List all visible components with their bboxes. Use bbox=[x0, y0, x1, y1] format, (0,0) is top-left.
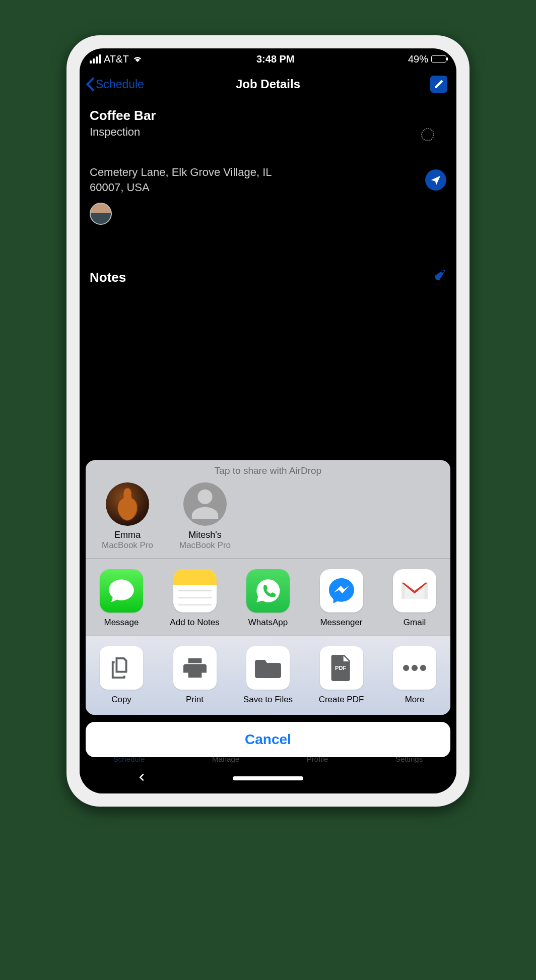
back-button[interactable]: Schedule bbox=[86, 70, 144, 99]
chevron-left-icon bbox=[136, 772, 147, 783]
battery-pct: 49% bbox=[408, 53, 428, 65]
page-title: Job Details bbox=[236, 77, 300, 91]
share-actions-row: Copy Print Save to Files bbox=[86, 636, 450, 715]
action-label: Save to Files bbox=[235, 695, 301, 705]
pencil-square-icon bbox=[434, 79, 444, 89]
messenger-icon bbox=[320, 569, 363, 612]
svg-text:PDF: PDF bbox=[335, 665, 346, 671]
android-home-pill[interactable] bbox=[233, 776, 303, 780]
carrier-label: AT&T bbox=[104, 53, 129, 65]
action-more[interactable]: More bbox=[382, 646, 447, 705]
share-app-notes[interactable]: Add to Notes bbox=[162, 569, 228, 628]
share-sheet: Tap to share with AirDrop Emma MacBook P… bbox=[80, 460, 456, 763]
app-label: Message bbox=[89, 618, 154, 628]
action-create-pdf[interactable]: PDF Create PDF bbox=[309, 646, 374, 705]
chevron-left-icon bbox=[86, 77, 95, 91]
action-label: Create PDF bbox=[309, 695, 374, 705]
action-copy[interactable]: Copy bbox=[89, 646, 154, 705]
svg-point-1 bbox=[403, 665, 409, 671]
app-label: Messenger bbox=[309, 618, 374, 628]
action-label: Print bbox=[162, 695, 228, 705]
airdrop-target[interactable]: Mitesh's MacBook Pro bbox=[172, 482, 238, 550]
share-app-message[interactable]: Message bbox=[89, 569, 154, 628]
address-line1: Cemetery Lane, Elk Grove Village, IL bbox=[90, 166, 272, 178]
screen: AT&T 3:48 PM 49% Schedule Job Details bbox=[80, 48, 456, 793]
share-app-whatsapp[interactable]: WhatsApp bbox=[235, 569, 301, 628]
job-details-content: Coffee Bar Inspection Cemetery Lane, Elk… bbox=[80, 99, 456, 287]
gmail-icon bbox=[393, 569, 436, 612]
job-type: Inspection bbox=[90, 126, 446, 139]
notes-icon bbox=[173, 569, 217, 612]
edit-button[interactable] bbox=[430, 76, 447, 93]
cancel-button[interactable]: Cancel bbox=[86, 722, 450, 757]
battery-icon bbox=[431, 55, 446, 63]
airdrop-device: MacBook Pro bbox=[172, 540, 238, 550]
cancel-label: Cancel bbox=[245, 731, 291, 748]
whatsapp-icon bbox=[246, 569, 290, 612]
message-icon bbox=[100, 569, 143, 612]
share-app-messenger[interactable]: Messenger bbox=[309, 569, 374, 628]
navigation-arrow-icon bbox=[430, 174, 441, 186]
android-nav-bar bbox=[80, 763, 456, 793]
airdrop-device: MacBook Pro bbox=[95, 540, 160, 550]
airdrop-avatar-icon bbox=[106, 482, 149, 526]
airdrop-row: Emma MacBook Pro Mitesh's MacBook Pro bbox=[86, 480, 450, 559]
loading-spinner-icon bbox=[421, 128, 434, 141]
app-label: WhatsApp bbox=[235, 618, 301, 628]
back-label: Schedule bbox=[96, 78, 144, 91]
notes-section-header: Notes bbox=[90, 268, 446, 287]
wifi-icon bbox=[132, 53, 143, 65]
action-label: Copy bbox=[89, 695, 154, 705]
app-label: Gmail bbox=[382, 618, 447, 628]
more-icon bbox=[393, 646, 436, 690]
job-title: Coffee Bar bbox=[90, 108, 446, 124]
notes-label: Notes bbox=[90, 270, 126, 285]
share-app-gmail[interactable]: Gmail bbox=[382, 569, 447, 628]
airdrop-target[interactable]: Emma MacBook Pro bbox=[95, 482, 160, 550]
android-back-button[interactable] bbox=[136, 772, 147, 785]
share-apps-row: Message Add to Notes WhatsApp bbox=[86, 559, 450, 636]
action-print[interactable]: Print bbox=[162, 646, 228, 705]
navigate-button[interactable] bbox=[425, 169, 446, 191]
action-label: More bbox=[382, 695, 447, 705]
svg-point-3 bbox=[420, 665, 426, 671]
airdrop-avatar-icon bbox=[183, 482, 227, 526]
assignee-avatar[interactable] bbox=[90, 203, 112, 225]
copy-icon bbox=[100, 646, 143, 690]
address-line2: 60007, USA bbox=[90, 181, 150, 194]
pdf-icon: PDF bbox=[320, 646, 363, 690]
airdrop-header: Tap to share with AirDrop bbox=[86, 460, 450, 480]
action-save-to-files[interactable]: Save to Files bbox=[235, 646, 301, 705]
print-icon bbox=[173, 646, 217, 690]
status-bar: AT&T 3:48 PM 49% bbox=[80, 48, 456, 70]
folder-icon bbox=[246, 646, 290, 690]
navbar: Schedule Job Details bbox=[80, 70, 456, 99]
airdrop-name: Emma bbox=[95, 530, 160, 540]
airdrop-name: Mitesh's bbox=[172, 530, 238, 540]
cell-signal-icon bbox=[90, 54, 101, 64]
clock: 3:48 PM bbox=[256, 53, 295, 65]
svg-point-2 bbox=[412, 665, 418, 671]
phone-device-frame: AT&T 3:48 PM 49% Schedule Job Details bbox=[66, 35, 470, 807]
tag-icon[interactable] bbox=[431, 268, 446, 287]
job-address[interactable]: Cemetery Lane, Elk Grove Village, IL 600… bbox=[90, 165, 272, 195]
app-label: Add to Notes bbox=[162, 618, 228, 628]
